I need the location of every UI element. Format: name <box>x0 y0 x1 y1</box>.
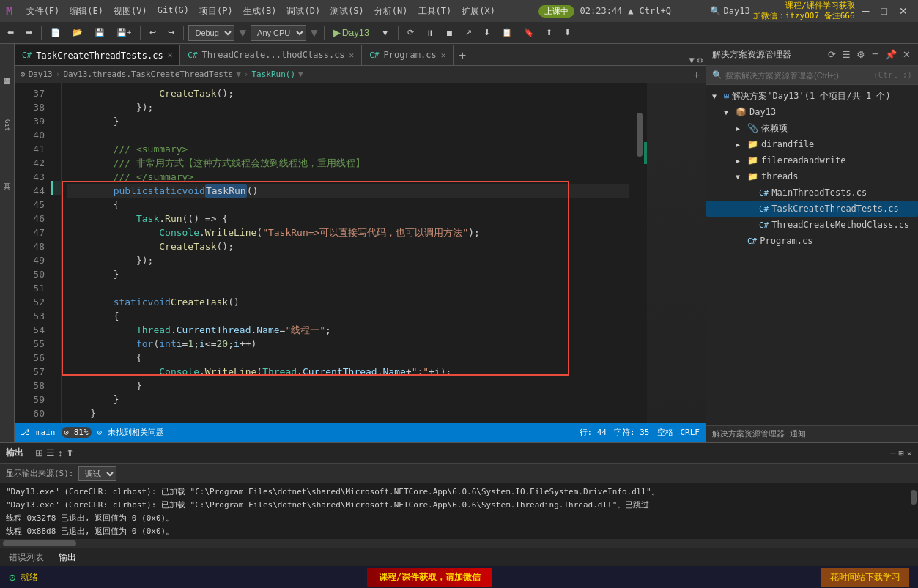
solution-sync-btn[interactable]: ⟳ <box>826 49 837 60</box>
tab-program[interactable]: C# Program.cs ✕ <box>362 45 454 65</box>
toolbar-extra-8[interactable]: ⬆ <box>541 26 557 39</box>
nav-fwd-btn[interactable]: ➡ <box>21 26 37 39</box>
tab-label-3: Program.cs <box>383 50 436 60</box>
sidebar-tab-explorer[interactable]: 资源管理器 <box>1 47 14 98</box>
output-close[interactable]: ✕ <box>907 448 912 458</box>
maximize-btn[interactable]: □ <box>877 5 892 17</box>
solution-pin-btn[interactable]: 📌 <box>884 49 898 60</box>
undo-btn[interactable]: ↩ <box>145 26 160 39</box>
bottom-tab-errors[interactable]: 错误列表 <box>6 551 47 564</box>
solution-search-bar[interactable]: 🔍 (Ctrl+;) <box>706 66 918 85</box>
output-toolbar[interactable]: ⊞ ☰ ↕ ⬆ <box>35 447 74 458</box>
close-btn[interactable]: ✕ <box>895 5 912 17</box>
branch-name: main <box>36 428 56 437</box>
solution-header-buttons[interactable]: ⟳ ☰ ⚙ ─ 📌 ✕ <box>826 49 912 60</box>
redo-btn[interactable]: ↪ <box>163 26 179 39</box>
toolbar-extra-2[interactable]: ⏸ <box>421 27 438 39</box>
tab-label-2: ThreadCreate...thodClass.cs <box>202 50 345 60</box>
save-all-btn[interactable]: 💾+ <box>112 26 136 39</box>
output-source-select[interactable]: 调试 <box>78 466 116 481</box>
output-pin[interactable]: ─ <box>890 448 895 458</box>
tree-taskcreatethread[interactable]: C# TaskCreateThreadTests.cs <box>706 201 918 217</box>
tabs-settings[interactable]: ⚙ <box>697 55 703 65</box>
output-scrollbar[interactable] <box>909 483 918 539</box>
output-dock[interactable]: ⊞ <box>899 448 904 458</box>
menu-bar[interactable]: 文件(F) 编辑(E) 视图(V) Git(G) 项目(P) 生成(B) 调试(… <box>22 4 500 19</box>
tab-close-2[interactable]: ✕ <box>349 51 355 60</box>
editor-section: C# TaskCreateThreadTests.cs ✕ C# ThreadC… <box>15 44 706 442</box>
output-scrollbar-thumb[interactable] <box>911 490 917 505</box>
path-sep-1: › <box>56 70 61 79</box>
project-icon: 📦 <box>736 107 747 117</box>
toolbar-extra-4[interactable]: ↗ <box>461 26 476 39</box>
menu-test[interactable]: 测试(S) <box>326 4 369 19</box>
tab-taskcreatethread[interactable]: C# TaskCreateThreadTests.cs ✕ <box>15 45 180 65</box>
menu-file[interactable]: 文件(F) <box>22 4 64 19</box>
tree-dirandfile[interactable]: ▶ 📁 dirandfile <box>706 136 918 152</box>
search-icon[interactable]: 🔍 <box>710 6 721 16</box>
menu-view[interactable]: 视图(V) <box>109 4 152 19</box>
solution-close-btn[interactable]: ✕ <box>901 49 912 60</box>
sidebar-tab-tools[interactable]: 工具 <box>1 152 14 204</box>
run-btn[interactable]: ▶ Day13 <box>329 26 374 40</box>
code-line-47: Console.WriteLine("TaskRun=>可以直接写代码，也可以调… <box>67 226 629 239</box>
menu-git[interactable]: Git(G) <box>153 4 193 19</box>
code-editor[interactable]: CreateTask(); }); } /// <summary> /// 非常… <box>62 83 635 423</box>
run-dropdown-btn[interactable]: ▼ <box>377 27 393 39</box>
tab-close-3[interactable]: ✕ <box>441 51 446 60</box>
tabs-scroll-right[interactable]: ▼ <box>689 55 695 65</box>
toolbar-extra-5[interactable]: ⬇ <box>479 26 495 39</box>
tree-day13-project[interactable]: ▼ 📦 Day13 <box>706 104 918 120</box>
output-hscrollbar[interactable] <box>0 539 918 548</box>
tree-filereadandwrite[interactable]: ▶ 📁 filereadandwrite <box>706 152 918 168</box>
tree-threads-folder[interactable]: ▼ 📁 threads <box>706 168 918 185</box>
sidebar-tab-git[interactable]: Git <box>1 100 14 151</box>
menu-analyze[interactable]: 分析(N) <box>370 4 412 19</box>
solution-search-input[interactable] <box>725 71 873 80</box>
cpu-select[interactable]: Any CPU <box>251 25 306 41</box>
toolbar-extra-7[interactable]: 🔖 <box>519 26 538 39</box>
toolbar-extra-3[interactable]: ⏹ <box>441 27 458 39</box>
open-btn[interactable]: 📂 <box>68 26 87 39</box>
nav-back-btn[interactable]: ⬅ <box>3 26 18 39</box>
toolbar-sep-4 <box>324 26 325 40</box>
solution-settings-btn[interactable]: ⚙ <box>855 49 867 60</box>
debug-config-select[interactable]: Debug <box>188 25 234 41</box>
tab-threadcreate[interactable]: C# ThreadCreate...thodClass.cs ✕ <box>180 45 362 65</box>
menu-edit[interactable]: 编辑(E) <box>65 4 108 19</box>
bottom-tab-output[interactable]: 输出 <box>56 551 79 564</box>
add-file-btn[interactable]: + <box>694 69 700 81</box>
solution-filter-btn[interactable]: ☰ <box>840 49 852 60</box>
tree-threadcreatemethodclass[interactable]: C# ThreadCreateMethodClass.cs <box>706 217 918 233</box>
output-btn-2[interactable]: ☰ <box>46 447 55 458</box>
tab-close-1[interactable]: ✕ <box>168 51 173 60</box>
status-left: ⎇ main ⊙ 81% ⊙ 未找到相关问题 <box>21 427 164 438</box>
toolbar-extra-1[interactable]: ⟳ <box>403 26 418 39</box>
menu-extensions[interactable]: 扩展(X) <box>457 4 500 19</box>
toolbar-extra-6[interactable]: 📋 <box>497 26 517 39</box>
tree-dependencies[interactable]: ▶ 📎 依赖项 <box>706 120 918 136</box>
toolbar-extra-9[interactable]: ⬇ <box>560 26 575 39</box>
output-btn-1[interactable]: ⊞ <box>35 447 43 458</box>
path-namespace: Day13.threads.TaskCreateThreadTests <box>63 70 233 79</box>
new-file-btn[interactable]: 📄 <box>46 26 65 39</box>
hscrollbar-thumb[interactable] <box>3 540 76 546</box>
output-btn-3[interactable]: ↕ <box>58 447 63 458</box>
solution-icon: ⊞ <box>724 91 729 101</box>
save-btn[interactable]: 💾 <box>90 26 109 39</box>
output-window-controls[interactable]: ─ ⊞ ✕ <box>890 448 912 458</box>
menu-build[interactable]: 生成(B) <box>239 4 281 19</box>
scrollbar-thumb[interactable] <box>637 113 643 157</box>
menu-debug[interactable]: 调试(D) <box>282 4 325 19</box>
tree-mainthreadtests[interactable]: C# MainThreadTests.cs <box>706 185 918 201</box>
code-line-39: } <box>67 114 629 128</box>
code-line-54: Thread.CurrentThread.Name = "线程一"; <box>67 323 629 337</box>
editor-scrollbar[interactable] <box>635 83 644 423</box>
menu-tools[interactable]: 工具(T) <box>414 4 456 19</box>
minimize-btn[interactable]: ─ <box>858 5 874 17</box>
new-tab-btn[interactable]: + <box>454 45 471 65</box>
menu-project[interactable]: 项目(P) <box>195 4 237 19</box>
tree-program[interactable]: C# Program.cs <box>706 233 918 249</box>
output-btn-4[interactable]: ⬆ <box>66 447 74 458</box>
tree-solution-root[interactable]: ▼ ⊞ 解决方案'Day13'(1 个项目/共 1 个) <box>706 88 918 104</box>
